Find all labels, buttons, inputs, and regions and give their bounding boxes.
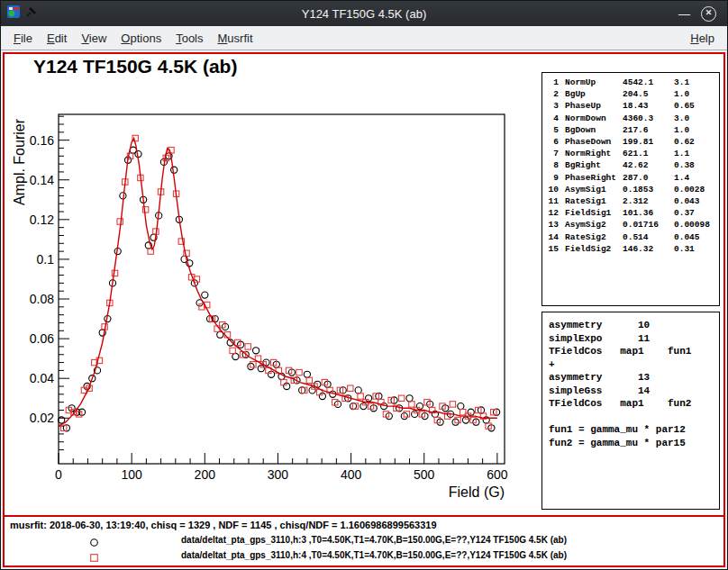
- legend-row-h3: data/deltat_pta_gps_3110,h:3 ,T0=4.50K,T…: [5, 534, 723, 547]
- y-axis-title: Ampl. Fourier: [12, 118, 27, 205]
- svg-text:0.02: 0.02: [30, 411, 54, 425]
- menu-tools[interactable]: Tools: [168, 29, 210, 48]
- theory-pave: asymmetry 10 simplExpo 11 TFieldCos map1…: [541, 312, 720, 510]
- parameter-rows: 1NormUp4542.13.12BgUp204.51.03PhaseUp18.…: [547, 77, 719, 255]
- menubar: FileEditViewOptionsToolsMusrfit Help: [1, 26, 727, 50]
- legend-label: data/deltat_pta_gps_3110,h:3 ,T0=4.50K,T…: [181, 535, 567, 545]
- svg-text:600: 600: [487, 467, 508, 482]
- param-row: 5BgDown217.61.0: [547, 124, 719, 136]
- param-row: 6PhaseDown199.810.62: [547, 136, 719, 148]
- circle-marker-icon: [89, 535, 99, 545]
- menu-musrfit[interactable]: Musrfit: [211, 29, 260, 48]
- svg-text:0.16: 0.16: [30, 133, 54, 148]
- x-axis-title: Field (G): [449, 484, 505, 500]
- parameter-pave: 1NormUp4542.13.12BgUp204.51.03PhaseUp18.…: [541, 72, 720, 306]
- param-row: 12FieldSig1101.360.37: [547, 207, 719, 219]
- series-h4: [61, 135, 497, 430]
- svg-text:0.14: 0.14: [30, 173, 54, 187]
- param-row: 10AsymSig10.18530.0028: [547, 184, 719, 195]
- menu-options[interactable]: Options: [114, 29, 168, 48]
- fit-stats: musrfit: 2018-06-30, 13:19:40, chisq = 1…: [10, 520, 437, 530]
- param-row: 11RateSig12.3120.043: [547, 195, 719, 207]
- window-controls: — ✕: [678, 6, 716, 22]
- root-canvas: Y124 TF150G 4.5K (ab) 010020030040050060…: [3, 52, 725, 567]
- pin-icon: [25, 5, 38, 22]
- menu-help[interactable]: Help: [683, 29, 722, 48]
- svg-text:100: 100: [121, 467, 142, 482]
- menu-edit[interactable]: Edit: [40, 29, 74, 48]
- y-axis: 0.020.040.060.080.10.120.140.16: [30, 116, 69, 449]
- svg-text:0.06: 0.06: [30, 331, 54, 346]
- close-button[interactable]: ✕: [701, 6, 716, 22]
- minimize-button[interactable]: —: [678, 8, 690, 20]
- param-row: 14RateSig20.5140.045: [547, 231, 719, 243]
- param-row: 13AsymSig20.017160.00098: [547, 219, 719, 231]
- param-row: 4NormDown4360.33.0: [547, 113, 719, 124]
- theory-text: asymmetry 10 simplExpo 11 TFieldCos map1…: [542, 312, 719, 449]
- plot-frame: [59, 114, 505, 464]
- svg-text:300: 300: [268, 467, 289, 482]
- param-row: 9PhaseRight287.01.4: [547, 172, 719, 184]
- param-row: 8BgRight42.620.38: [547, 159, 719, 171]
- param-row: 15FieldSig2146.320.31: [547, 243, 719, 255]
- svg-text:0.12: 0.12: [30, 213, 54, 227]
- series-fit: [59, 139, 497, 427]
- legend-label: data/deltat_pta_gps_3110,h:4 ,T0=4.50K,T…: [181, 550, 567, 560]
- param-row: 7NormRight621.11.1: [547, 148, 719, 159]
- svg-text:0.08: 0.08: [30, 292, 54, 306]
- svg-text:400: 400: [341, 467, 362, 482]
- param-row: 1NormUp4542.13.1: [547, 77, 719, 88]
- svg-text:0.04: 0.04: [30, 371, 54, 385]
- plot-pad: Y124 TF150G 4.5K (ab) 010020030040050060…: [5, 54, 723, 515]
- titlebar-icons: [6, 5, 38, 23]
- param-row: 2BgUp204.51.0: [547, 88, 719, 100]
- info-pad: musrfit: 2018-06-30, 13:19:40, chisq = 1…: [5, 515, 723, 565]
- x-axis: 0100200300400500600: [55, 453, 508, 482]
- param-row: 3PhaseUp18.430.65: [547, 100, 719, 112]
- menu-file[interactable]: File: [6, 29, 40, 48]
- app-window: Y124 TF150G 4.5K (ab) — ✕ FileEditViewOp…: [0, 0, 728, 570]
- window-title: Y124 TF150G 4.5K (ab): [1, 7, 727, 21]
- menubar-left: FileEditViewOptionsToolsMusrfit: [6, 29, 260, 48]
- legend-row-h4: data/deltat_pta_gps_3110,h:4 ,T0=4.50K,T…: [5, 549, 723, 562]
- menu-view[interactable]: View: [74, 29, 114, 48]
- app-icon: [6, 5, 21, 23]
- svg-text:500: 500: [414, 467, 435, 482]
- svg-text:0.1: 0.1: [37, 252, 55, 267]
- square-marker-icon: [89, 550, 99, 560]
- svg-text:0: 0: [55, 467, 62, 482]
- svg-text:200: 200: [195, 467, 216, 482]
- titlebar: Y124 TF150G 4.5K (ab) — ✕: [1, 1, 727, 26]
